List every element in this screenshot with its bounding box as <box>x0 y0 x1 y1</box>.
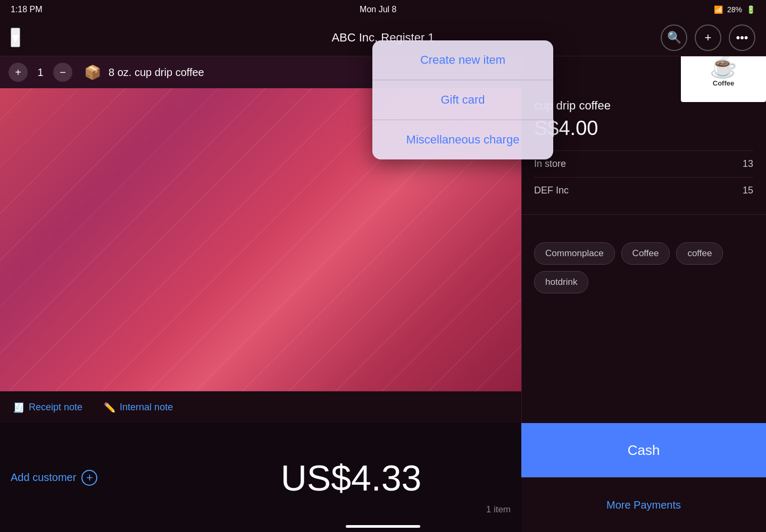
item-name: 8 oz. cup drip coffee <box>109 66 204 79</box>
dropdown-menu: Create new item Gift card Miscellaneous … <box>372 40 553 159</box>
quantity-value: 1 <box>35 66 46 79</box>
status-date: Mon Jul 8 <box>360 5 396 14</box>
stock-row-definc: DEF Inc 15 <box>534 177 753 204</box>
payment-area: Cash More Payments <box>521 423 766 532</box>
nav-icons: 🔍 + ••• <box>661 24 755 51</box>
receipt-note-icon: 🧾 <box>13 402 24 413</box>
search-icon: 🔍 <box>667 31 681 45</box>
total-amount: US$4.33 <box>281 457 422 499</box>
bottom-bar: 🧾 Receipt note ✏️ Internal note <box>0 391 521 423</box>
coffee-logo-text: Coffee <box>710 79 737 87</box>
stock-definc-count: 15 <box>743 185 753 196</box>
nav-dropdown-button[interactable]: ▾ <box>11 28 20 47</box>
cash-button[interactable]: Cash <box>521 423 766 477</box>
stock-row-instore: In store 13 <box>534 150 753 177</box>
total-area: US$4.33 1 item <box>181 423 521 532</box>
stock-definc-label: DEF Inc <box>534 185 569 196</box>
add-icon: + <box>705 31 712 45</box>
add-customer-button[interactable]: Add customer + <box>11 470 97 486</box>
tags-area: Commonplace Coffee coffee hotdrink <box>521 232 766 304</box>
receipt-note-button[interactable]: 🧾 Receipt note <box>13 402 82 413</box>
quantity-increment-button[interactable]: + <box>9 63 28 82</box>
battery-text: 28% <box>727 5 742 14</box>
item-count: 1 item <box>486 504 511 515</box>
miscellaneous-charge-option[interactable]: Miscellaneous charge <box>372 120 553 159</box>
stock-instore-count: 13 <box>743 158 753 170</box>
search-button[interactable]: 🔍 <box>661 24 687 51</box>
status-bar: 1:18 PM Mon Jul 8 📶 28% 🔋 <box>0 0 766 19</box>
gift-card-option[interactable]: Gift card <box>372 80 553 120</box>
add-customer-label: Add customer <box>11 471 76 484</box>
status-right: 📶 28% 🔋 <box>714 5 755 14</box>
battery-icon: 🔋 <box>746 5 755 14</box>
internal-note-button[interactable]: ✏️ Internal note <box>104 402 173 413</box>
home-indicator <box>346 525 420 528</box>
product-info: cup drip coffee S$4.00 In store 13 DEF I… <box>521 88 766 215</box>
add-item-button[interactable]: + <box>695 24 721 51</box>
wifi-icon: 📶 <box>714 5 723 14</box>
more-icon: ••• <box>736 31 748 45</box>
internal-note-icon: ✏️ <box>104 402 115 413</box>
coffee-logo-icon: ☕ <box>710 53 737 79</box>
more-payments-button[interactable]: More Payments <box>521 477 766 532</box>
item-icon: 📦 <box>84 64 101 81</box>
quantity-decrement-button[interactable]: − <box>53 63 72 82</box>
add-customer-icon: + <box>81 470 97 486</box>
tag-coffee-lower[interactable]: coffee <box>676 242 723 265</box>
status-time: 1:18 PM <box>11 5 43 14</box>
tag-commonplace[interactable]: Commonplace <box>534 242 615 265</box>
more-button[interactable]: ••• <box>729 24 755 51</box>
tag-hotdrink[interactable]: hotdrink <box>534 271 588 293</box>
create-new-item-option[interactable]: Create new item <box>372 40 553 80</box>
tag-coffee-cap[interactable]: Coffee <box>621 242 670 265</box>
product-price: S$4.00 <box>534 117 753 140</box>
stock-instore-label: In store <box>534 158 566 170</box>
product-name: cup drip coffee <box>534 99 753 113</box>
